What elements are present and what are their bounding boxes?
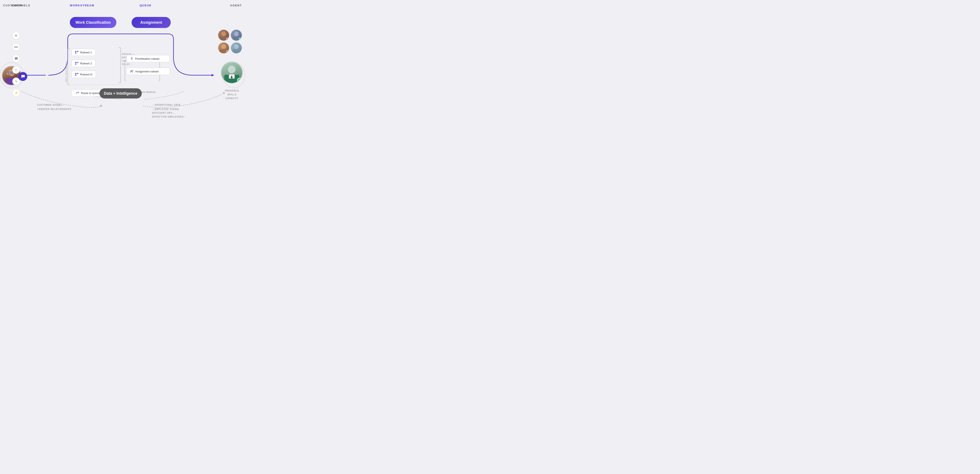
agent-avatar-3 [218, 42, 229, 53]
work-classification-pill: Work Classification [70, 17, 116, 28]
svg-point-29 [131, 70, 132, 72]
effective-employees-label: EFFECTIVE EMPLOYEES→ [152, 116, 186, 118]
svg-point-40 [228, 65, 235, 73]
agent-labels-group: PRESENCE SKILLS CAPACITY [225, 89, 239, 101]
chat-bubble-icon [18, 72, 27, 81]
ruleset-1-box[interactable]: Ruleset 1 [72, 49, 95, 56]
operational-data-label: ←OPERATIONAL DATA [152, 104, 180, 106]
main-agent-avatar [221, 62, 242, 83]
agent-avatar-2 [231, 30, 242, 41]
box-channel-icon[interactable]: ⬡ [12, 66, 20, 74]
svg-point-36 [221, 44, 226, 49]
execution-order-label: ↓ Execution order [65, 49, 67, 83]
email-channel-icon[interactable]: ✉ [12, 32, 20, 39]
sms-channel-icon[interactable]: SMS [12, 43, 20, 51]
efficient-ops-label: EFFICIENT OPS→ [152, 112, 175, 114]
prioritisation-ruleset-box[interactable]: Prioritisation ruleset [127, 55, 170, 62]
svg-point-34 [234, 32, 239, 36]
phone-channel-icon[interactable]: ☎ [12, 55, 20, 62]
employee-signal-label: ←EMPLOYEE SIGNAL [152, 108, 180, 110]
deeper-relationships-label: ↗DEEPER RELATIONSHIPS [37, 108, 72, 110]
ruleset-2-box[interactable]: Ruleset 2 [72, 60, 95, 67]
svg-point-38 [234, 44, 239, 49]
agent-avatars-group [218, 30, 242, 53]
data-intelligence-pill: Data + Intelligence [99, 88, 142, 99]
agent-avatar-1 [218, 30, 229, 41]
twitter-channel-icon[interactable]: 𝕏 [12, 78, 20, 85]
diagram-container: CUSTOMER CHANNELS WORKSTREAM QUEUE AGENT… [0, 0, 245, 119]
header-agent: AGENT [230, 4, 242, 7]
svg-rect-39 [232, 49, 240, 53]
header-channels: CHANNELS [12, 4, 30, 7]
main-agent-avatar-ring [221, 61, 243, 84]
svg-point-32 [221, 32, 226, 36]
channels-column: ✉ SMS ☎ ⬡ 𝕏 ⚡ [12, 32, 20, 97]
customer-signal-label: CUSTOMER SIGNAL→ [37, 104, 65, 106]
svg-marker-5 [223, 92, 225, 94]
header-queue: QUEUE [140, 4, 151, 7]
header-workstream: WORKSTREAM [70, 4, 94, 7]
messenger-channel-icon[interactable]: ⚡ [12, 89, 20, 97]
svg-marker-0 [212, 74, 214, 77]
agent-avatar-4 [231, 42, 242, 53]
assignment-ruleset-box[interactable]: Assignment ruleset [127, 68, 170, 75]
assignment-pill: Assignment [132, 17, 171, 28]
ruleset-n-box[interactable]: Ruleset N [72, 71, 96, 78]
svg-marker-4 [100, 105, 102, 107]
